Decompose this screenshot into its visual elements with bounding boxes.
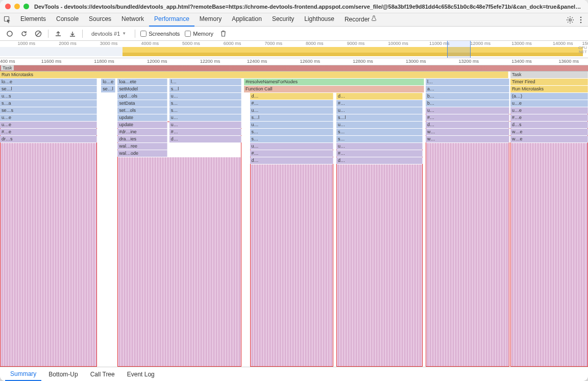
deep-stack-region[interactable] <box>510 143 588 367</box>
flame-block[interactable]: s…l <box>169 86 242 92</box>
flame-block[interactable]: l… <box>426 79 509 85</box>
flame-block[interactable]: s…a <box>0 100 97 107</box>
profile-selector[interactable]: devtools #1 ▼ <box>88 29 130 38</box>
flame-block[interactable]: wal…ree <box>117 143 167 150</box>
flame-block[interactable]: d… <box>336 93 423 100</box>
flame-block[interactable]: s… <box>250 136 334 142</box>
flame-block[interactable]: u…e <box>510 107 588 114</box>
flame-block[interactable]: u…s <box>0 93 97 100</box>
flame-block[interactable]: lo…e <box>101 79 115 85</box>
flame-block[interactable]: u…e <box>510 100 588 107</box>
flame-block[interactable]: w… <box>426 136 509 142</box>
deep-stack-region[interactable] <box>426 143 509 367</box>
flame-block[interactable]: lo…e <box>0 79 97 85</box>
flame-block[interactable]: b… <box>426 93 509 100</box>
details-tab-bottom-up[interactable]: Bottom-Up <box>43 368 83 380</box>
flame-block[interactable]: u…e <box>0 122 97 128</box>
flame-block[interactable]: d…s <box>510 122 588 128</box>
flame-block[interactable]: s… <box>169 100 242 107</box>
flame-block[interactable]: Task <box>510 72 588 78</box>
flame-block[interactable]: #…e <box>510 114 588 121</box>
main-tab-network[interactable]: Network <box>116 13 149 27</box>
memory-checkbox[interactable]: Memory <box>185 31 213 37</box>
flame-block[interactable]: set…ols <box>117 107 167 114</box>
flame-block[interactable]: loa…ete <box>117 79 167 85</box>
flame-block[interactable]: s… <box>169 107 242 114</box>
zoom-window-button[interactable] <box>23 4 29 9</box>
timeline-overview[interactable]: 1000 ms2000 ms3000 ms4000 ms5000 ms6000 … <box>0 41 588 58</box>
task-strip[interactable]: Task <box>0 65 588 72</box>
main-tab-lighthouse[interactable]: Lighthouse <box>299 13 339 27</box>
flame-block[interactable]: u… <box>426 107 509 114</box>
flame-ruler[interactable]: 400 ms11600 ms11800 ms12000 ms12200 ms12… <box>0 58 588 65</box>
flame-block[interactable]: u… <box>169 93 242 100</box>
overview-selection[interactable] <box>447 41 471 58</box>
main-tab-console[interactable]: Console <box>51 13 84 27</box>
flame-block[interactable]: #…e <box>0 129 97 135</box>
flame-block[interactable]: d… <box>250 93 334 100</box>
screenshots-checkbox[interactable]: Screenshots <box>140 31 180 37</box>
settings-gear-icon[interactable] <box>565 14 576 26</box>
flame-block[interactable]: upd…ols <box>117 93 167 100</box>
flame-block[interactable]: Run Microtasks <box>0 72 508 78</box>
upload-profile-icon[interactable] <box>54 29 63 38</box>
flame-block[interactable]: setModel <box>117 86 167 92</box>
flame-block[interactable]: #… <box>250 100 334 107</box>
flame-block[interactable]: d… <box>169 136 242 142</box>
flame-block[interactable]: Function Call <box>244 86 424 92</box>
flame-chart[interactable]: Run MicrotasksTasklo…elo…eloa…etel…#reso… <box>0 72 588 367</box>
download-profile-icon[interactable] <box>68 29 77 38</box>
main-tab-security[interactable]: Security <box>267 13 299 27</box>
flame-block[interactable]: s… <box>336 129 423 135</box>
details-tab-call-tree[interactable]: Call Tree <box>85 368 120 380</box>
deep-stack-region[interactable] <box>336 164 423 367</box>
flame-block[interactable]: d… <box>336 157 423 164</box>
flame-block[interactable]: u… <box>336 107 423 114</box>
flame-block[interactable]: dra…ies <box>117 136 167 142</box>
details-tab-summary[interactable]: Summary <box>5 368 41 381</box>
clear-button[interactable] <box>34 29 43 38</box>
deep-stack-region[interactable] <box>0 143 97 367</box>
flame-block[interactable]: #dr…ine <box>117 129 167 135</box>
flame-block[interactable]: s…l <box>336 114 423 121</box>
flame-block[interactable]: se…l <box>0 86 97 92</box>
flame-block[interactable]: s…l <box>250 114 334 121</box>
flame-block[interactable]: #… <box>336 100 423 107</box>
flame-block[interactable]: Run Microtasks <box>510 86 588 92</box>
flame-block[interactable]: #… <box>169 129 242 135</box>
flame-block[interactable]: u… <box>250 143 334 150</box>
flame-block[interactable]: s… <box>336 136 423 142</box>
reload-record-button[interactable] <box>19 29 29 38</box>
flame-block[interactable]: s… <box>250 129 334 135</box>
flame-block[interactable]: u… <box>169 122 242 128</box>
flame-block[interactable]: #… <box>426 114 509 121</box>
deep-stack-region[interactable] <box>117 157 241 367</box>
flame-block[interactable]: a… <box>426 86 509 92</box>
flame-block[interactable]: b… <box>426 100 509 107</box>
flame-block[interactable]: #resolveNamesForNodes <box>244 79 424 85</box>
flame-block[interactable]: wal…ode <box>117 150 167 157</box>
flame-block[interactable]: d… <box>426 122 509 128</box>
flame-block[interactable]: update <box>117 114 167 121</box>
close-window-button[interactable] <box>5 4 11 9</box>
flame-block[interactable]: se…l <box>101 86 115 92</box>
main-tab-performance[interactable]: Performance <box>149 13 194 27</box>
flame-block[interactable]: u… <box>336 143 423 150</box>
flame-block[interactable]: u… <box>169 114 242 121</box>
flame-block[interactable]: u… <box>250 107 334 114</box>
flame-block[interactable]: w…e <box>510 136 588 142</box>
minimize-window-button[interactable] <box>14 4 20 9</box>
flame-block[interactable]: w… <box>426 129 509 135</box>
flame-block[interactable]: se…s <box>0 107 97 114</box>
flame-block[interactable]: #… <box>250 150 334 157</box>
flame-block[interactable]: setData <box>117 100 167 107</box>
deep-stack-region[interactable] <box>250 164 334 367</box>
flame-block[interactable]: l… <box>169 79 242 85</box>
flame-block[interactable]: dr…s <box>0 136 97 142</box>
record-button[interactable] <box>5 29 14 38</box>
flame-block[interactable]: u… <box>250 122 334 128</box>
details-tab-event-log[interactable]: Event Log <box>122 368 160 380</box>
flame-block[interactable]: w…e <box>510 129 588 135</box>
flame-block[interactable]: update <box>117 122 167 128</box>
main-tab-memory[interactable]: Memory <box>194 13 227 27</box>
